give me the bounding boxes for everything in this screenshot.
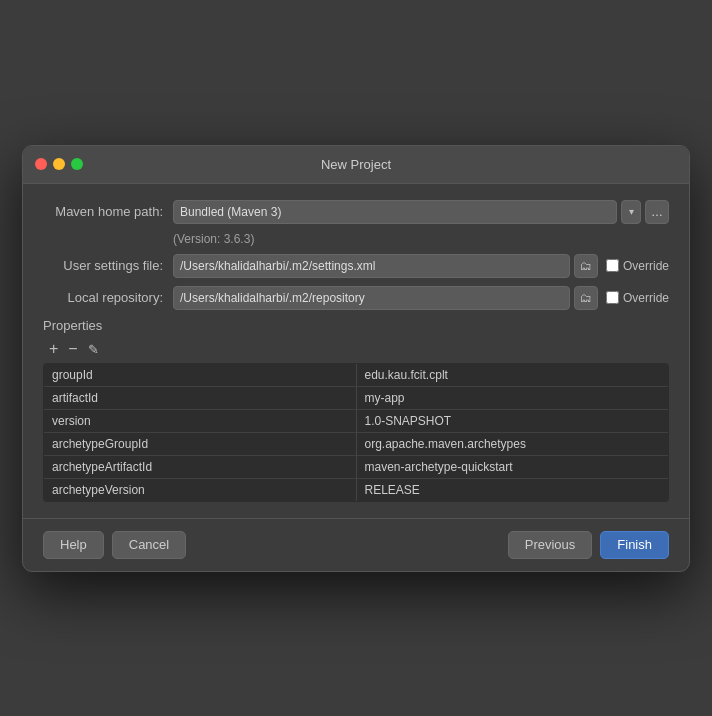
property-value: maven-archetype-quickstart	[356, 455, 669, 478]
properties-table: groupIdedu.kau.fcit.cpltartifactIdmy-app…	[43, 363, 669, 502]
property-key: archetypeGroupId	[44, 432, 357, 455]
maven-home-row: Maven home path: ▾ …	[43, 200, 669, 224]
help-button[interactable]: Help	[43, 531, 104, 559]
maven-dropdown-arrow[interactable]: ▾	[621, 200, 641, 224]
dialog-footer: Help Cancel Previous Finish	[23, 518, 689, 571]
close-button[interactable]	[35, 158, 47, 170]
maven-home-input[interactable]	[173, 200, 617, 224]
local-repo-row: Local repository: 🗂 Override	[43, 286, 669, 310]
maven-home-label: Maven home path:	[43, 204, 173, 219]
property-key: archetypeArtifactId	[44, 455, 357, 478]
user-settings-override-wrap: Override	[606, 259, 669, 273]
maximize-button[interactable]	[71, 158, 83, 170]
property-key: artifactId	[44, 386, 357, 409]
chevron-down-icon: ▾	[629, 206, 634, 217]
dialog-title: New Project	[321, 157, 391, 172]
user-settings-override-checkbox[interactable]	[606, 259, 619, 272]
footer-left-buttons: Help Cancel	[43, 531, 186, 559]
folder-icon: 🗂	[580, 259, 592, 273]
previous-button[interactable]: Previous	[508, 531, 593, 559]
user-settings-folder-btn[interactable]: 🗂	[574, 254, 598, 278]
property-value: my-app	[356, 386, 669, 409]
table-row[interactable]: groupIdedu.kau.fcit.cplt	[44, 363, 669, 386]
folder-icon-2: 🗂	[580, 291, 592, 305]
property-value: org.apache.maven.archetypes	[356, 432, 669, 455]
user-settings-label: User settings file:	[43, 258, 173, 273]
local-repo-override-checkbox[interactable]	[606, 291, 619, 304]
remove-property-button[interactable]: −	[64, 339, 81, 359]
more-icon: …	[651, 205, 663, 219]
new-project-dialog: New Project Maven home path: ▾ … (Versio…	[22, 145, 690, 572]
property-key: groupId	[44, 363, 357, 386]
local-repo-folder-btn[interactable]: 🗂	[574, 286, 598, 310]
table-row[interactable]: version1.0-SNAPSHOT	[44, 409, 669, 432]
user-settings-override-label: Override	[623, 259, 669, 273]
local-repo-label: Local repository:	[43, 290, 173, 305]
pencil-icon: ✎	[88, 342, 99, 357]
property-value: edu.kau.fcit.cplt	[356, 363, 669, 386]
finish-button[interactable]: Finish	[600, 531, 669, 559]
maven-more-btn[interactable]: …	[645, 200, 669, 224]
local-repo-input[interactable]	[173, 286, 570, 310]
property-value: 1.0-SNAPSHOT	[356, 409, 669, 432]
user-settings-row: User settings file: 🗂 Override	[43, 254, 669, 278]
properties-toolbar: + − ✎	[43, 339, 669, 359]
properties-section: Properties + − ✎ groupIdedu.kau.fcit.cpl…	[43, 318, 669, 502]
title-bar: New Project	[23, 146, 689, 184]
user-settings-input[interactable]	[173, 254, 570, 278]
property-key: version	[44, 409, 357, 432]
property-value: RELEASE	[356, 478, 669, 501]
version-text: (Version: 3.6.3)	[173, 232, 254, 246]
maven-home-input-wrap: ▾ …	[173, 200, 669, 224]
local-repo-input-wrap: 🗂 Override	[173, 286, 669, 310]
local-repo-override-label: Override	[623, 291, 669, 305]
table-row[interactable]: archetypeArtifactIdmaven-archetype-quick…	[44, 455, 669, 478]
table-row[interactable]: archetypeGroupIdorg.apache.maven.archety…	[44, 432, 669, 455]
add-property-button[interactable]: +	[45, 339, 62, 359]
property-key: archetypeVersion	[44, 478, 357, 501]
edit-property-button[interactable]: ✎	[84, 339, 103, 359]
traffic-lights	[35, 158, 83, 170]
cancel-button[interactable]: Cancel	[112, 531, 186, 559]
properties-label: Properties	[43, 318, 669, 333]
minimize-button[interactable]	[53, 158, 65, 170]
local-repo-override-wrap: Override	[606, 291, 669, 305]
table-row[interactable]: artifactIdmy-app	[44, 386, 669, 409]
version-indent	[43, 232, 173, 246]
version-row: (Version: 3.6.3)	[43, 232, 669, 246]
dialog-content: Maven home path: ▾ … (Version: 3.6.3) Us…	[23, 184, 689, 518]
footer-right-buttons: Previous Finish	[508, 531, 669, 559]
user-settings-input-wrap: 🗂 Override	[173, 254, 669, 278]
table-row[interactable]: archetypeVersionRELEASE	[44, 478, 669, 501]
